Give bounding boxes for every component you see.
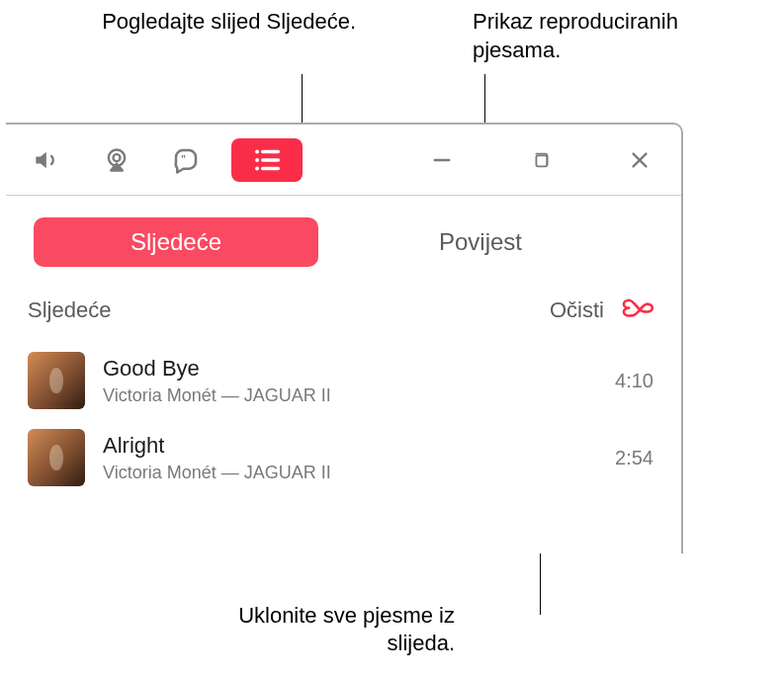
svg-point-7 — [255, 158, 259, 162]
clear-button[interactable]: Očisti — [550, 297, 604, 323]
tab-next[interactable]: Sljedeće — [34, 217, 318, 267]
annotation-queue: Pogledajte slijed Sljedeće. — [99, 8, 356, 37]
titlebar-left: ” — [24, 138, 303, 182]
restore-icon[interactable] — [517, 142, 565, 178]
autoplay-toggle[interactable] — [620, 297, 653, 324]
track-row[interactable]: Alright Victoria Monét — JAGUAR II 2:54 — [6, 419, 681, 496]
airplay-icon[interactable] — [93, 142, 140, 178]
track-duration: 4:10 — [615, 370, 653, 392]
track-title: Good Bye — [103, 356, 603, 381]
album-artwork — [28, 429, 85, 486]
playing-next-panel: ” Sljedeće Povijest Sljedeće Očisti — [6, 123, 683, 553]
track-subtitle: Victoria Monét — JAGUAR II — [103, 385, 603, 406]
svg-point-2 — [114, 154, 121, 161]
annotation-history: Prikaz reproduciranih pjesama. — [473, 8, 769, 64]
svg-point-5 — [255, 149, 259, 153]
track-row[interactable]: Good Bye Victoria Monét — JAGUAR II 4:10 — [6, 342, 681, 419]
track-duration: 2:54 — [615, 447, 653, 469]
section-title: Sljedeće — [28, 297, 550, 323]
queue-button[interactable] — [231, 138, 303, 182]
section-header: Sljedeće Očisti — [6, 289, 681, 336]
volume-icon[interactable] — [24, 142, 71, 178]
svg-point-9 — [255, 166, 259, 170]
queue-tabs: Sljedeće Povijest — [6, 196, 681, 289]
annotation-clear: Uklonite sve pjesme iz slijeda. — [188, 602, 455, 658]
tab-history[interactable]: Povijest — [338, 228, 623, 256]
track-list: Good Bye Victoria Monét — JAGUAR II 4:10… — [6, 336, 681, 496]
minimize-icon[interactable] — [418, 142, 466, 178]
track-subtitle: Victoria Monét — JAGUAR II — [103, 463, 603, 483]
album-artwork — [28, 352, 85, 409]
titlebar: ” — [6, 125, 681, 196]
svg-text:”: ” — [181, 153, 186, 164]
leader-line — [302, 74, 303, 124]
lyrics-icon[interactable]: ” — [162, 142, 210, 178]
svg-marker-0 — [36, 151, 46, 167]
track-info: Good Bye Victoria Monét — JAGUAR II — [103, 356, 603, 406]
close-icon[interactable] — [616, 142, 663, 178]
track-title: Alright — [103, 433, 603, 459]
svg-rect-12 — [536, 155, 547, 166]
titlebar-right — [418, 142, 663, 178]
track-info: Alright Victoria Monét — JAGUAR II — [103, 433, 603, 483]
